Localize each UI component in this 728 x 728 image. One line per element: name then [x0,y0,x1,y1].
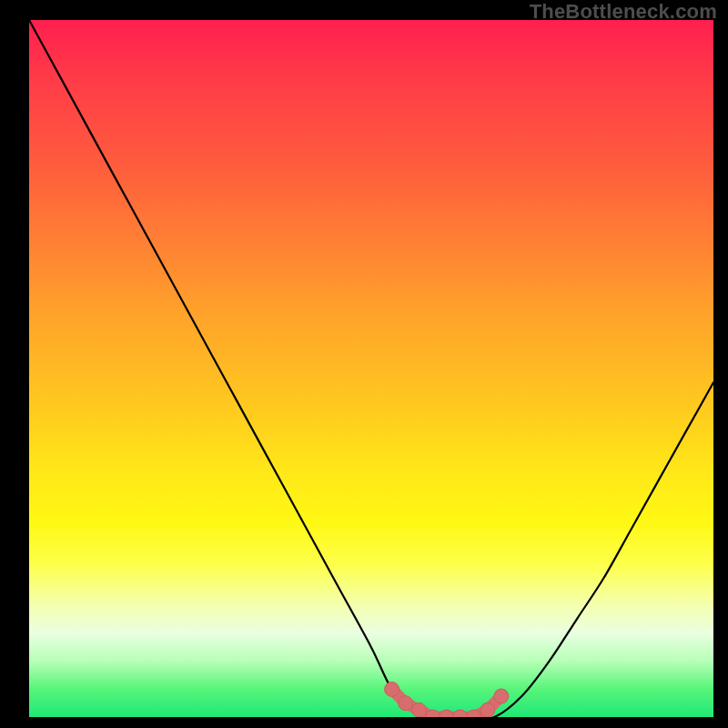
plot-area [29,20,713,717]
optimal-range-marker [399,696,413,711]
curve-svg [29,20,713,717]
optimal-range-marker [385,682,399,696]
optimal-range-marker [453,710,468,717]
bottleneck-curve [29,20,713,717]
optimal-range-markers [385,682,509,717]
optimal-range-marker [440,710,454,717]
optimal-range-marker [494,689,509,703]
optimal-range-marker [480,703,495,717]
chart-frame: TheBottleneck.com [0,0,728,728]
optimal-range-marker [412,703,427,717]
